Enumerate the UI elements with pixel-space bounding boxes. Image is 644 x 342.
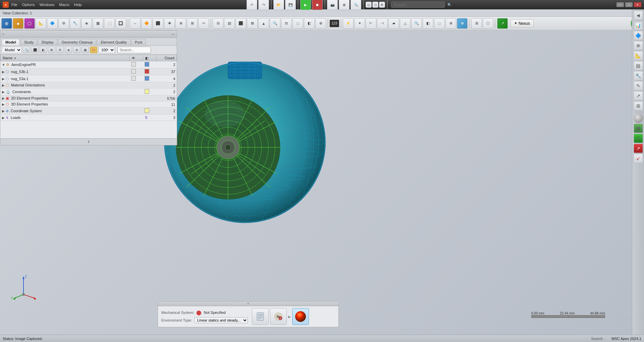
bp-btn-docs[interactable] [252, 308, 269, 325]
pt-btn2[interactable]: ⬛ [31, 47, 39, 53]
tb-main2[interactable]: ● [13, 18, 23, 29]
vis1-nug53b1[interactable] [131, 69, 136, 74]
table-row[interactable]: ▶ ⬡ nug_53b.1 37 [1, 68, 177, 75]
tb-main8[interactable]: ◈ [81, 18, 92, 29]
tb-main1[interactable]: ⊕ [1, 18, 12, 29]
rt-btn-view6[interactable]: 🔧 [634, 71, 643, 80]
tb-ana11[interactable]: ⊕ [457, 18, 468, 29]
table-row[interactable]: ▶ ↯ Loads ↯ 3 [1, 115, 177, 121]
tb-ana4[interactable]: ⊣ [377, 18, 388, 29]
rt-btn-view8[interactable]: ↗ [634, 91, 643, 100]
pt-btn9[interactable]: 🎨 [90, 47, 97, 53]
tb-number-badge[interactable]: 123 [330, 20, 339, 27]
panel-minimize[interactable]: — [171, 32, 175, 36]
bp-btn-run[interactable]: 2 [270, 308, 287, 325]
vis2-nug53a1[interactable] [145, 76, 149, 81]
rt-btn-view2[interactable]: 🔷 [634, 31, 643, 40]
vis-constraints[interactable] [145, 89, 149, 94]
rt-btn-view7[interactable]: ✎ [634, 81, 643, 90]
tb-geo4[interactable]: ✚ [164, 18, 175, 29]
menu-windows[interactable]: Windows [40, 3, 55, 7]
pt-btn8[interactable]: ▦ [82, 47, 89, 53]
tb-main10[interactable]: ⬜ [104, 18, 115, 29]
tb-mesh10[interactable]: ⊕ [315, 18, 326, 29]
rt-btn-view5[interactable]: ▤ [634, 61, 643, 70]
tab-element-quality[interactable]: Element Quality [97, 39, 130, 45]
menu-macro[interactable]: Macro [59, 3, 69, 7]
tb-mesh3[interactable]: ⬛ [235, 18, 246, 29]
tb-ana1[interactable]: ⚡ [343, 18, 354, 29]
tb-ana10[interactable]: ⊕ [445, 18, 456, 29]
tb-mesh5[interactable]: ▲ [258, 18, 269, 29]
tb-geo7[interactable]: ✂ [198, 18, 209, 29]
close-btn[interactable]: ✕ [634, 2, 641, 7]
environment-type-select[interactable]: Linear statics and steady... [194, 317, 248, 323]
vis-coords[interactable] [145, 108, 149, 113]
vis-loads[interactable]: ↯ [145, 115, 148, 120]
table-row[interactable]: ▶ ⊕ Coordinate System 2 [1, 108, 177, 115]
expand-loads[interactable]: ▶ [2, 116, 5, 120]
search-icon[interactable]: 🔍 [447, 3, 451, 7]
rt-sphere[interactable] [634, 114, 643, 123]
panel-resize-handle[interactable]: ⬆ [0, 138, 177, 145]
tb-geo5[interactable]: ⊕ [175, 18, 186, 29]
tb-play[interactable]: ▶ [300, 0, 311, 10]
tb-zoom[interactable]: 🔍 [351, 0, 361, 10]
table-row[interactable]: ▶ ⬡ 3D Element Properties 11 [1, 101, 177, 108]
tb-ana9[interactable]: □ [434, 18, 445, 29]
menu-file[interactable]: File [11, 3, 17, 7]
vis2-nug53b1[interactable] [145, 69, 149, 74]
tb-ana3[interactable]: ⊢ [366, 18, 376, 29]
vis2-aeroenginePR[interactable] [145, 62, 149, 67]
table-row[interactable]: ▶ ⬡ nug_53a.1 4 [1, 75, 177, 82]
tb-camera[interactable]: 📷 [327, 0, 338, 10]
tab-display[interactable]: Display [38, 39, 57, 45]
rt-btn-view3[interactable]: ⊕ [634, 41, 643, 50]
vis1-nug53a1[interactable] [131, 76, 136, 81]
bp-handle[interactable]: ≡ [158, 301, 338, 306]
tb-ana8[interactable]: ◧ [423, 18, 433, 29]
tb-view2[interactable]: ⬡ [483, 18, 493, 29]
zoom-select[interactable]: 100% [98, 47, 115, 53]
expand-2d[interactable]: ▶ [2, 96, 5, 100]
tb-mesh9[interactable]: ◧ [304, 18, 315, 29]
nexus-button[interactable]: ✦ Nexus [511, 19, 534, 27]
tb-mesh8[interactable]: □ [292, 18, 303, 29]
tab-geometry-cleanup[interactable]: Geometry Cleanup [58, 39, 96, 45]
tb-undo[interactable]: ↶ [247, 0, 257, 10]
tb-redo[interactable]: ↷ [258, 0, 269, 10]
tb-save[interactable]: 💾 [285, 0, 296, 10]
menu-bar[interactable]: File Options Windows Macro Help [11, 3, 82, 7]
rt-btn-view4[interactable]: 📐 [634, 51, 643, 60]
tb-stop[interactable]: ⏹ [312, 0, 323, 10]
expand-constraints[interactable]: ▶ [2, 90, 5, 94]
tb-ana6[interactable]: △ [400, 18, 411, 29]
expand-nug53a1[interactable]: ▶ [2, 77, 5, 81]
pt-btn6[interactable]: ◈ [65, 47, 72, 53]
expand-material[interactable]: ▶ [2, 83, 5, 87]
tb-open[interactable]: 📂 [273, 0, 284, 10]
tb-ana5[interactable]: ▰ [388, 18, 399, 29]
table-row[interactable]: ▶ ⚓ Constraints 2 [1, 88, 177, 95]
tb-ana2[interactable]: ✦ [354, 18, 365, 29]
table-row[interactable]: ▼ ⚙ AeroEnginePR 2 [1, 61, 177, 68]
tree-scroll-area[interactable]: Name ▼ 👁 ◧ Count [0, 55, 177, 138]
tb-view1[interactable]: ⊞ [471, 18, 482, 29]
tree-search-input[interactable] [117, 47, 151, 53]
panel-mode-select[interactable]: Model [2, 47, 22, 53]
tb-main5[interactable]: 🔷 [47, 18, 58, 29]
tb-mesh6[interactable]: 🔍 [270, 18, 280, 29]
menu-help[interactable]: Help [74, 3, 82, 7]
rt-btn-view9[interactable]: ⊞ [634, 101, 643, 111]
tb-mesh4[interactable]: ⊠ [247, 18, 258, 29]
tb-mesh1[interactable]: ⊟ [213, 18, 223, 29]
tb-ana7[interactable]: 🔍 [411, 18, 422, 29]
tb-mesh2[interactable]: ▤ [224, 18, 235, 29]
global-search-input[interactable] [391, 2, 445, 8]
tab-post[interactable]: Post [131, 39, 146, 45]
rt-btn-layers[interactable]: ▤ [634, 124, 643, 133]
tb-winctrl2[interactable]: ◳ [372, 2, 378, 8]
tb-main7[interactable]: 🔧 [70, 18, 80, 29]
tb-link[interactable]: ↗ [497, 18, 508, 29]
rt-btn-expand[interactable]: ◀ [634, 11, 643, 20]
